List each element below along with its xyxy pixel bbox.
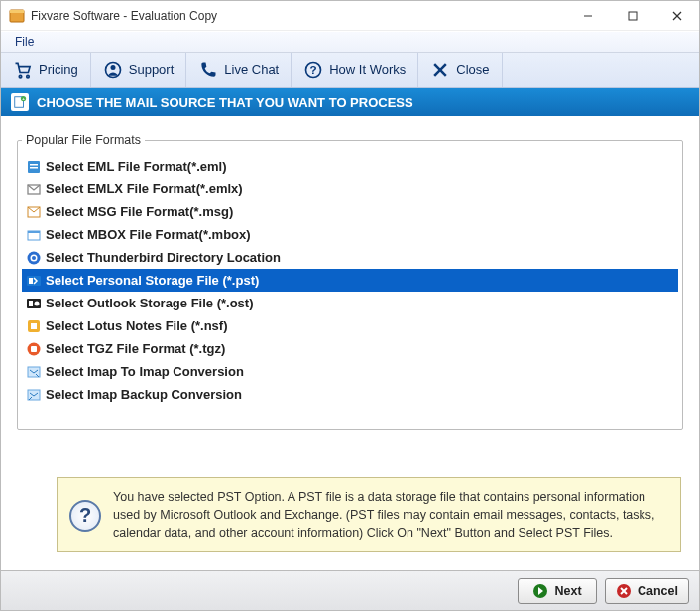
window-title: Fixvare Software - Evaluation Copy: [31, 9, 565, 23]
info-panel: ? You have selected PST Option. A PST fi…: [57, 477, 681, 552]
format-item-label: Select Thunderbird Directory Location: [46, 250, 281, 265]
format-item[interactable]: Select Personal Storage File (*.pst): [22, 269, 678, 292]
format-item[interactable]: Select MSG File Format(*.msg): [22, 200, 678, 223]
window-controls: [565, 1, 699, 30]
svg-rect-33: [31, 323, 37, 329]
svg-rect-23: [28, 231, 40, 233]
svg-rect-28: [29, 278, 33, 284]
svg-text:+: +: [22, 96, 25, 101]
toolbar-livechat-label: Live Chat: [224, 62, 279, 77]
step-header: + CHOOSE THE MAIL SOURCE THAT YOU WANT T…: [1, 88, 699, 116]
svg-point-7: [27, 75, 30, 78]
format-item-label: Select MBOX File Format(*.mbox): [46, 227, 251, 242]
format-item-label: Select EMLX File Format(*.emlx): [46, 182, 243, 196]
format-item[interactable]: Select EML File Format(*.eml): [22, 155, 678, 178]
format-item[interactable]: Select TGZ File Format (*.tgz): [22, 337, 678, 360]
toolbar-livechat[interactable]: Live Chat: [186, 53, 292, 87]
file-format-icon: [26, 273, 42, 289]
file-format-icon: [26, 159, 42, 175]
minimize-button[interactable]: [565, 1, 610, 30]
app-icon: [9, 8, 25, 24]
file-format-icon: [26, 250, 42, 266]
step-header-text: CHOOSE THE MAIL SOURCE THAT YOU WANT TO …: [37, 95, 413, 110]
svg-rect-1: [10, 10, 24, 13]
format-item[interactable]: Select Lotus Notes File (*.nsf): [22, 314, 678, 337]
toolbar-howitworks[interactable]: ? How It Works: [292, 53, 418, 87]
phone-icon: [198, 61, 218, 80]
format-item[interactable]: Select Thunderbird Directory Location: [22, 246, 678, 269]
file-format-icon: [26, 364, 42, 380]
svg-point-9: [110, 65, 115, 70]
step-icon: +: [11, 93, 29, 111]
svg-rect-19: [30, 167, 38, 169]
question-icon: ?: [303, 61, 323, 80]
toolbar-support[interactable]: Support: [91, 53, 187, 87]
arrow-right-icon: [532, 583, 548, 599]
info-icon: ?: [69, 500, 101, 532]
support-icon: [103, 61, 123, 80]
menu-file[interactable]: File: [7, 33, 42, 51]
svg-rect-18: [30, 164, 38, 166]
maximize-button[interactable]: [610, 1, 654, 30]
file-format-icon: [26, 204, 42, 220]
format-item-label: Select Lotus Notes File (*.nsf): [46, 318, 227, 333]
toolbar: Pricing Support Live Chat ? How It Works…: [1, 53, 699, 88]
next-button-label: Next: [554, 584, 581, 598]
menubar: File: [1, 31, 699, 53]
file-formats-list: Select EML File Format(*.eml)Select EMLX…: [22, 155, 678, 406]
main-panel: Popular File Formats Select EML File For…: [1, 117, 699, 570]
file-format-icon: [26, 296, 42, 311]
file-format-icon: [26, 182, 42, 197]
file-format-icon: [26, 318, 42, 334]
format-item-label: Select TGZ File Format (*.tgz): [46, 341, 225, 356]
cancel-button[interactable]: Cancel: [605, 578, 689, 604]
svg-point-31: [35, 301, 40, 306]
format-item[interactable]: Select Imap Backup Conversion: [22, 383, 678, 406]
cancel-button-label: Cancel: [638, 584, 678, 598]
format-item[interactable]: Select Imap To Imap Conversion: [22, 360, 678, 383]
toolbar-close[interactable]: Close: [418, 53, 502, 87]
info-text: You have selected PST Option. A PST file…: [113, 490, 655, 540]
cart-icon: [13, 61, 33, 80]
svg-point-6: [19, 75, 22, 78]
format-item[interactable]: Select EMLX File Format(*.emlx): [22, 178, 678, 200]
toolbar-close-label: Close: [456, 62, 489, 77]
toolbar-howitworks-label: How It Works: [329, 62, 406, 77]
cancel-icon: [616, 583, 632, 599]
toolbar-pricing[interactable]: Pricing: [1, 53, 91, 87]
file-formats-legend: Popular File Formats: [22, 133, 145, 147]
titlebar: Fixvare Software - Evaluation Copy: [1, 1, 699, 31]
file-format-icon: [26, 227, 42, 243]
file-format-icon: [26, 341, 42, 357]
close-icon: [430, 61, 450, 80]
next-button[interactable]: Next: [518, 578, 597, 604]
format-item-label: Select MSG File Format(*.msg): [46, 204, 233, 219]
toolbar-support-label: Support: [129, 62, 175, 77]
svg-rect-3: [629, 12, 637, 20]
format-item-label: Select EML File Format(*.eml): [46, 159, 227, 174]
svg-text:?: ?: [310, 63, 317, 76]
format-item[interactable]: Select Outlook Storage File (*.ost): [22, 292, 678, 314]
file-formats-group: Popular File Formats Select EML File For…: [17, 133, 683, 430]
window-close-button[interactable]: [654, 1, 699, 30]
format-item[interactable]: Select MBOX File Format(*.mbox): [22, 223, 678, 246]
toolbar-pricing-label: Pricing: [39, 62, 78, 77]
file-format-icon: [26, 387, 42, 403]
format-item-label: Select Imap To Imap Conversion: [46, 364, 244, 379]
svg-rect-35: [31, 346, 37, 352]
format-item-label: Select Imap Backup Conversion: [46, 387, 242, 402]
format-item-label: Select Outlook Storage File (*.ost): [46, 296, 253, 310]
svg-point-26: [32, 256, 36, 260]
format-item-label: Select Personal Storage File (*.pst): [46, 273, 259, 288]
svg-rect-30: [29, 301, 33, 306]
footer: Next Cancel: [1, 570, 699, 610]
